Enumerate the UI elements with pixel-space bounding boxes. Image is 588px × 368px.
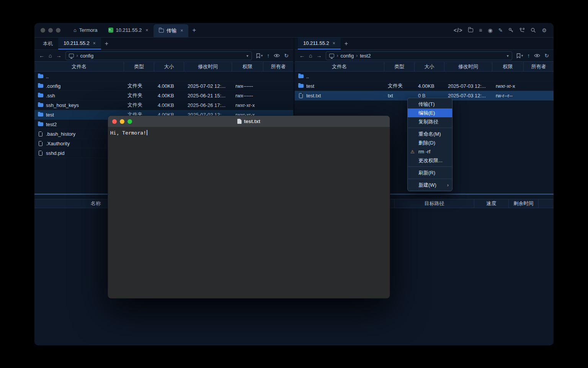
bookmark-icon[interactable]: ▾ — [516, 53, 523, 58]
show-hidden-icon[interactable] — [534, 53, 540, 58]
file-row[interactable]: ssh_host_keys 文件夹 4.00KB 2025-06-26 17:.… — [34, 100, 293, 110]
column-header-owner[interactable]: 所有者 — [524, 62, 554, 71]
column-header-owner[interactable]: 所有者 — [263, 62, 293, 71]
column-header-perm[interactable]: 权限 — [492, 62, 524, 71]
tab-transfer[interactable]: 传输 × — [154, 24, 188, 38]
menu-item-transfer[interactable]: 传输(T) — [408, 100, 452, 108]
column-header-name[interactable]: 文件名 — [34, 62, 124, 71]
new-tab-button[interactable]: + — [188, 23, 200, 38]
new-tab-button[interactable]: + — [101, 38, 112, 49]
menu-item-new[interactable]: 新建(W)› — [408, 181, 452, 189]
column-header-destination[interactable]: 目标路径 — [394, 199, 474, 208]
back-icon[interactable]: ← — [299, 53, 305, 58]
column-header-perm[interactable]: 权限 — [232, 62, 263, 71]
close-icon[interactable]: × — [145, 28, 148, 33]
log-icon[interactable]: ≡ — [479, 28, 482, 33]
forward-icon[interactable]: → — [56, 53, 61, 58]
window-controls[interactable] — [41, 28, 60, 33]
tab-label: 10.211.55.2 — [116, 27, 142, 33]
folder-icon — [38, 84, 43, 88]
file-type: 文件夹 — [124, 102, 154, 108]
minimize-button[interactable] — [120, 119, 124, 124]
chevron-down-icon[interactable]: ▾ — [261, 54, 263, 58]
record-icon[interactable]: ◉ — [488, 28, 492, 33]
menu-item-change-permissions[interactable]: 更改权限... — [408, 156, 452, 165]
upload-icon[interactable]: ↑ — [527, 53, 530, 58]
menu-item-label: 传输(T) — [418, 101, 435, 108]
right-file-list: .. test 文件夹 4.00KB 2025-07-03 12:... rwx… — [295, 72, 554, 100]
breadcrumb-segment[interactable]: test2 — [360, 53, 371, 59]
close-icon[interactable]: × — [333, 41, 335, 46]
column-header-mtime[interactable]: 修改时间 — [444, 62, 492, 71]
folder-icon — [38, 74, 43, 78]
menu-item-copy-path[interactable]: 复制路径 — [408, 117, 452, 126]
zoom-button[interactable] — [127, 119, 132, 124]
minimize-button[interactable] — [48, 28, 53, 33]
home-icon[interactable]: ⌂ — [49, 53, 52, 58]
bookmark-icon[interactable]: ▾ — [256, 53, 263, 58]
warning-icon: ⚠ — [410, 149, 415, 154]
chevron-down-icon[interactable]: ▾ — [521, 54, 523, 58]
upload-icon[interactable]: ↑ — [267, 53, 270, 58]
menu-item-refresh[interactable]: 刷新(R) — [408, 168, 452, 177]
breadcrumb-segment[interactable]: config — [340, 53, 354, 59]
tab-remote[interactable]: 10.211.55.2 × — [298, 38, 341, 49]
file-row[interactable]: test 文件夹 4.00KB 2025-07-03 12:... rwxr-x… — [295, 81, 554, 91]
path-breadcrumb[interactable]: › config ▾ — [65, 51, 252, 60]
file-table-header: 文件名 类型 大小 修改时间 权限 所有者 — [34, 61, 293, 72]
keymap-icon[interactable] — [519, 28, 525, 33]
search-icon[interactable] — [531, 28, 536, 33]
back-icon[interactable]: ← — [39, 53, 44, 58]
file-row[interactable]: .. — [295, 72, 554, 81]
home-icon[interactable]: ⌂ — [309, 53, 312, 58]
tab-ssh-session[interactable]: 10.211.55.2 × — [103, 23, 154, 38]
close-icon[interactable]: × — [180, 28, 183, 33]
terminal-icon — [108, 28, 113, 33]
column-header-speed[interactable]: 速度 — [474, 199, 508, 208]
show-hidden-icon[interactable] — [274, 53, 280, 58]
close-button[interactable] — [112, 119, 117, 124]
forward-icon[interactable]: → — [316, 53, 322, 58]
refresh-icon[interactable]: ↻ — [544, 53, 549, 58]
new-tab-button[interactable]: + — [341, 38, 352, 49]
column-header-eta[interactable]: 剩余时间 — [508, 199, 538, 208]
column-header-size[interactable]: 大小 — [154, 62, 184, 71]
settings-icon[interactable]: ⚙ — [542, 28, 547, 33]
close-icon[interactable]: × — [93, 41, 96, 46]
breadcrumb-segment[interactable]: config — [80, 53, 93, 59]
zoom-button[interactable] — [56, 28, 60, 33]
edit-icon[interactable]: ✎ — [498, 28, 503, 33]
column-header-type[interactable]: 类型 — [124, 62, 154, 71]
menu-item-edit[interactable]: 编辑(E) — [408, 108, 452, 117]
column-header-type[interactable]: 类型 — [384, 62, 415, 71]
folder-icon[interactable] — [468, 28, 473, 32]
menu-item-delete[interactable]: 删除(D) — [408, 138, 452, 147]
tab-local[interactable]: 本机 — [38, 38, 58, 49]
file-row[interactable]: .config 文件夹 4.00KB 2025-07-02 12:... rwx… — [34, 81, 293, 91]
column-header-name[interactable]: 文件名 — [295, 62, 384, 71]
key-icon[interactable] — [508, 28, 514, 33]
tab-remote[interactable]: 10.211.55.2 × — [58, 38, 101, 49]
close-button[interactable] — [41, 28, 45, 33]
menu-item-rm-rf[interactable]: ⚠rm -rf — [408, 147, 452, 156]
file-row[interactable]: .ssh 文件夹 4.00KB 2025-06-21 15:... rwx---… — [34, 91, 293, 100]
folder-icon — [159, 29, 164, 33]
editor-titlebar[interactable]: test.txt — [108, 116, 390, 127]
editor-window-controls[interactable] — [112, 119, 132, 124]
editor-content[interactable]: Hi, Termora! — [108, 127, 390, 138]
chevron-down-icon[interactable]: ▾ — [247, 54, 248, 58]
column-header-size[interactable]: 大小 — [415, 62, 444, 71]
file-name: ssh_host_keys — [46, 102, 79, 108]
titlebar-actions: </> ≡ ◉ ✎ ⚙ — [454, 28, 554, 33]
chevron-down-icon[interactable]: ▾ — [507, 54, 509, 58]
path-breadcrumb[interactable]: › config › test2 ▾ — [326, 51, 512, 60]
column-header-mtime[interactable]: 修改时间 — [184, 62, 232, 71]
file-name: test.txt — [306, 93, 321, 99]
refresh-icon[interactable]: ↻ — [284, 53, 289, 58]
menu-item-rename[interactable]: 重命名(M) — [408, 130, 452, 138]
file-mtime: 2025-07-03 12:... — [444, 83, 492, 89]
right-pane-toolbar: ← ⌂ → › config › test2 ▾ ▾ ↑ — [295, 50, 554, 61]
tab-termora-home[interactable]: ⌂ Termora — [68, 23, 103, 38]
file-row[interactable]: .. — [34, 72, 293, 81]
code-snippets-icon[interactable]: </> — [454, 28, 462, 33]
